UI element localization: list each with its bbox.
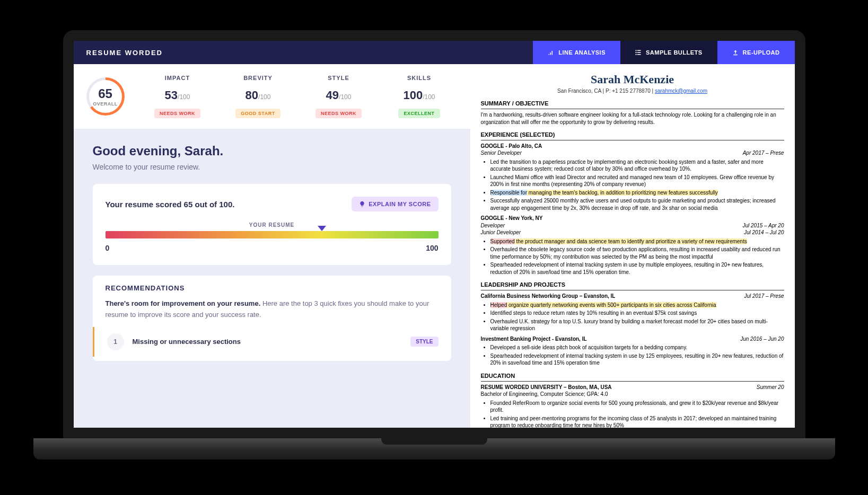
resume-contact: San Francisco, CA | P: +1 215 2778870 | … [481, 87, 784, 95]
resume-email-link[interactable]: sarahmck@gmail.com [655, 88, 707, 94]
score-max: /100 [339, 93, 351, 101]
nav-reupload[interactable]: RE-UPLOAD [717, 41, 795, 64]
rec-badge: STYLE [410, 337, 438, 347]
score-style[interactable]: STYLE 49/100 NEEDS WORK [301, 75, 377, 118]
laptop-base [33, 438, 835, 459]
resume-bullet: Spearheaded redevelopment of internal tr… [490, 261, 784, 276]
resume-bullet: Launched Miami office with lead Director… [490, 174, 784, 188]
project-name: California Business Networking Group – E… [481, 293, 616, 300]
rec-label: Missing or unnecessary sections [133, 338, 402, 346]
job-company: GOOGLE - Palo Alto, CA [481, 143, 542, 150]
score-card: Your resume scored 65 out of 100. EXPLAI… [93, 184, 451, 265]
svg-point-7 [635, 54, 636, 55]
score-max: /100 [423, 93, 435, 101]
resume-bullet: Helped organize quarterly networking eve… [490, 302, 784, 309]
overall-score-label: OVERALL [93, 101, 118, 107]
explain-label: EXPLAIN MY SCORE [369, 201, 431, 207]
resume-preview[interactable]: Sarah McKenzie San Francisco, CA | P: +1… [470, 64, 795, 428]
score-brevity[interactable]: BREVITY 80/100 GOOD START [220, 75, 296, 118]
job-title: Senior Developer [481, 149, 522, 157]
resume-bullet: Founded ReferRoom to organize social eve… [490, 400, 784, 414]
score-badge: NEEDS WORK [154, 109, 200, 118]
nav-line-analysis[interactable]: LINE ANALYSIS [533, 41, 620, 64]
resume-bullet: Responsible for managing the team's back… [490, 189, 784, 197]
svg-rect-1 [550, 52, 551, 55]
score-max: /100 [178, 93, 190, 101]
resume-section-summary: SUMMARY / OBJECTIVE [481, 100, 784, 109]
score-title: STYLE [301, 75, 377, 81]
score-title: BREVITY [220, 75, 296, 81]
school-dates: Summer 20 [757, 384, 784, 391]
resume-bullet: Led training and peer-mentoring programs… [490, 415, 784, 428]
school-name: RESUME WORDED UNIVERSITY – Boston, MA, U… [481, 384, 612, 391]
job-dates: Jul 2015 – Apr 20 [742, 222, 784, 229]
project-dates: Jul 2017 – Prese [744, 293, 784, 300]
job-dates: Jul 2014 – Jul 20 [744, 229, 784, 236]
svg-rect-6 [637, 52, 641, 53]
resume-bullet: Overhauled the obsolete legacy source co… [490, 246, 784, 260]
resume-bullet: Successfully analyzed 25000 monthly acti… [490, 197, 784, 211]
score-card-title: Your resume scored 65 out of 100. [106, 200, 235, 209]
score-max: /100 [258, 93, 270, 101]
score-badge: NEEDS WORK [315, 109, 362, 118]
score-title: IMPACT [139, 75, 216, 81]
svg-rect-8 [637, 54, 641, 55]
gauge-min: 0 [106, 244, 110, 252]
recommendations-title: RECOMMENDATIONS [93, 276, 451, 292]
overall-score-value: 65 [98, 86, 112, 101]
bars-icon [548, 49, 554, 56]
subgreeting: Welcome to your resume review. [93, 163, 451, 171]
upload-icon [732, 49, 739, 56]
resume-section-leadership: LEADERSHIP AND PROJECTS [481, 281, 784, 290]
score-badge: EXCELLENT [398, 109, 440, 118]
greeting: Good evening, Sarah. [93, 144, 451, 158]
score-value: 49 [326, 89, 339, 102]
lightbulb-icon [359, 201, 365, 207]
resume-section-experience: EXPERIENCE (SELECTED) [481, 131, 784, 140]
score-value: 53 [165, 89, 178, 102]
job-dates: Apr 2017 – Prese [743, 149, 784, 157]
nav-label: RE-UPLOAD [743, 49, 780, 56]
project-dates: Jun 2016 – Jun 20 [740, 335, 784, 343]
score-impact[interactable]: IMPACT 53/100 NEEDS WORK [139, 75, 216, 118]
score-value: 80 [246, 89, 258, 102]
svg-point-3 [635, 50, 636, 51]
resume-bullet: Overhauled U.K. strategy for a top U.S. … [490, 318, 784, 332]
rec-number: 1 [107, 333, 124, 350]
resume-bullet: Identified steps to reduce return rates … [490, 310, 784, 317]
degree: Bachelor of Engineering, Computer Scienc… [481, 391, 784, 398]
resume-name: Sarah McKenzie [481, 72, 784, 87]
svg-rect-4 [637, 50, 641, 51]
explain-score-button[interactable]: EXPLAIN MY SCORE [352, 197, 438, 211]
overall-score: 65 OVERALL [86, 75, 125, 118]
score-title: SKILLS [381, 75, 458, 81]
resume-section-education: EDUCATION [481, 372, 784, 382]
score-value: 100 [403, 89, 423, 102]
svg-rect-0 [549, 54, 550, 55]
project-name: Investment Banking Project - Evanston, I… [481, 335, 587, 343]
nav-sample-bullets[interactable]: SAMPLE BULLETS [620, 41, 717, 64]
score-skills[interactable]: SKILLS 100/100 EXCELLENT [381, 75, 458, 118]
resume-bullet: Supported the product manager and data s… [490, 238, 784, 245]
job-title: Developer [481, 222, 505, 229]
left-panel: 65 OVERALL IMPACT 53/100 NEEDS WORK BREV… [74, 64, 470, 428]
nav-label: SAMPLE BULLETS [646, 49, 703, 56]
gauge-marker-icon [318, 226, 326, 231]
resume-bullet: Led the transition to a paperless practi… [490, 158, 784, 173]
score-badge: GOOD START [235, 109, 280, 118]
resume-bullet: Developed a sell-side ideas pitch book o… [490, 344, 784, 351]
scores-bar: 65 OVERALL IMPACT 53/100 NEEDS WORK BREV… [74, 64, 470, 129]
nav-label: LINE ANALYSIS [558, 49, 606, 56]
resume-summary-text: I'm a hardworking, results-driven softwa… [481, 111, 784, 126]
recommendations-intro: There's room for improvement on your res… [93, 292, 451, 327]
gauge-max: 100 [426, 244, 438, 252]
score-gauge [106, 231, 439, 238]
svg-point-5 [635, 52, 636, 53]
list-icon [635, 49, 642, 56]
job-title: Junior Developer [481, 229, 521, 236]
app-logo: RESUME WORDED [74, 49, 176, 57]
header-bar: RESUME WORDED LINE ANALYSIS SAMPLE BULLE… [74, 41, 795, 64]
recommendation-item[interactable]: 1 Missing or unnecessary sections STYLE [93, 327, 451, 357]
svg-rect-2 [552, 51, 553, 55]
resume-bullet: Spearheaded redevelopment of internal tr… [490, 352, 784, 367]
